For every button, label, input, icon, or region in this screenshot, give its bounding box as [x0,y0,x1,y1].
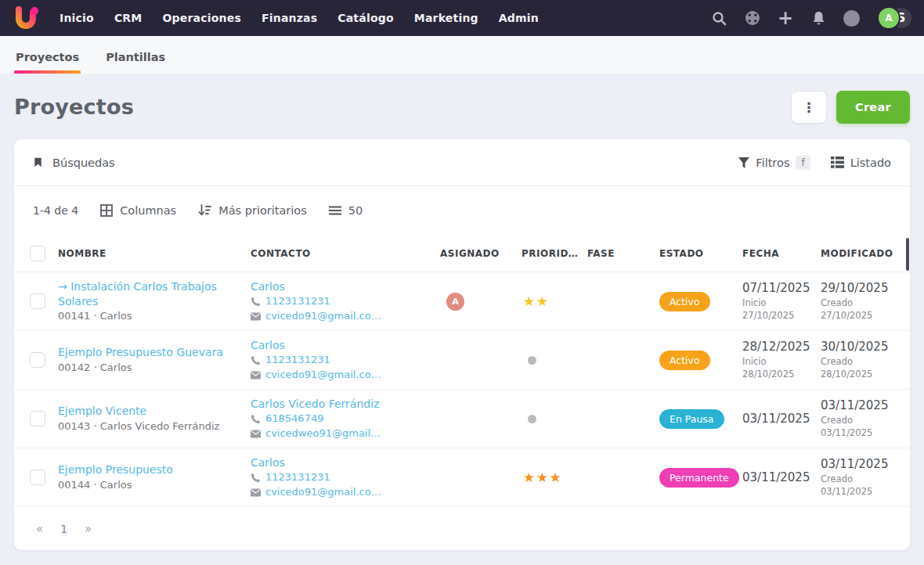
nav-item-inicio[interactable]: Inicio [60,12,94,24]
created-date: 03/11/2025 [821,486,894,498]
tab-plantillas[interactable]: Plantillas [104,40,167,74]
row-checkbox[interactable] [30,470,45,485]
sort-button[interactable]: Más prioritarios [198,204,307,217]
nav-item-crm[interactable]: CRM [114,12,143,24]
modified-date: 03/11/2025 [821,457,894,471]
row-checkbox[interactable] [30,411,45,426]
project-name-link[interactable]: Ejemplo Presupuesto Guevara [58,346,223,358]
contact-phone-link[interactable]: 618546749 [265,412,323,426]
contact-phone-link[interactable]: 1123131231 [265,294,330,309]
nav-item-finanzas[interactable]: Finanzas [262,12,317,24]
project-name-link[interactable]: Ejemplo Vicente [58,405,146,417]
pagination: « 1 » [14,507,910,550]
contact-phone-link[interactable]: 1123131231 [265,470,330,485]
mail-icon [251,370,261,380]
status-badge: En Pausa [659,409,724,429]
priority-stars: ★★★ [523,470,562,485]
status-badge: Activo [659,351,710,370]
nav-right-icons: + S A [712,6,911,30]
list-view-icon [831,157,844,168]
col-header-asignado[interactable]: ASIGNADO [440,248,522,259]
phone-icon [251,297,261,307]
account-avatar-group[interactable]: S A [877,6,911,30]
more-options-button[interactable]: ⋮ [791,91,827,124]
created-date: 28/10/2025 [821,369,894,381]
bookmark-icon [33,157,43,167]
main-menu: Inicio CRM Operaciones Finanzas Catálogo… [60,12,539,24]
contact-name-link[interactable]: Carlos Vicedo Ferrándiz [251,396,432,412]
support-icon[interactable] [745,10,760,26]
add-icon[interactable]: + [778,10,793,26]
contact-name-link[interactable]: Carlos [251,455,432,470]
created-label: Creado [821,356,894,369]
phone-icon [251,355,261,365]
row-checkbox[interactable] [30,293,45,309]
list-controls-row: Búsquedas Filtros f Listado [14,139,910,186]
table-header-row: NOMBRE CONTACTO ASIGNADO PRIORID… FASE E… [14,235,910,272]
row-checkbox[interactable] [30,352,45,368]
col-header-prioridad[interactable]: PRIORID… [522,248,587,259]
placeholder-avatar[interactable] [843,10,860,27]
col-header-nombre[interactable]: NOMBRE [58,248,251,259]
nav-item-catalogo[interactable]: Catálogo [337,12,394,24]
created-label: Creado [821,415,894,427]
status-badge: Activo [659,292,710,311]
create-button[interactable]: Crear [836,91,910,124]
contact-name-link[interactable]: Carlos [251,279,432,294]
modified-date: 30/10/2025 [821,340,894,354]
priority-empty-dot [528,356,536,365]
page-size-button[interactable]: 50 [329,204,363,217]
project-code: 00143 · Carlos Vicedo Ferrándiz [58,420,240,434]
pagination-first-button[interactable]: « [36,522,43,536]
col-header-contacto[interactable]: CONTACTO [251,248,440,259]
status-badge: Permanente [659,468,739,488]
col-header-fase[interactable]: FASE [587,248,659,259]
contact-email-link[interactable]: cvicedo91@gmail.co… [265,485,381,500]
header-actions: ⋮ Crear [791,91,910,124]
search-icon[interactable] [712,10,727,26]
contact-email-link[interactable]: cvicedo91@gmail.co… [265,368,381,383]
modified-date: 03/11/2025 [821,398,894,412]
fecha-value: 03/11/2025 [742,470,821,484]
table-row: Ejemplo Presupuesto 00144 · Carlos Carlo… [14,448,910,507]
contact-name-link[interactable]: Carlos [251,337,432,353]
col-header-estado[interactable]: ESTADO [659,248,742,259]
project-name-link[interactable]: Ejemplo Presupuesto [58,463,173,476]
created-date: 27/10/2025 [821,310,894,322]
created-date: 03/11/2025 [821,427,894,440]
columns-button[interactable]: Columnas [100,204,176,217]
table-toolbar: 1-4 de 4 Columnas Más prioritarios [14,186,910,235]
page-header: Proyectos ⋮ Crear [0,74,924,139]
notifications-bell-icon[interactable] [810,10,826,26]
contact-phone-link[interactable]: 1123131231 [265,353,330,368]
project-name-link[interactable]: → Instalación Carlos Trabajos Solares [58,280,217,307]
assignee-avatar[interactable]: A [446,293,464,311]
contact-email-link[interactable]: cvicedweo91@gmail… [265,426,381,441]
col-header-fecha[interactable]: FECHA [742,248,821,259]
saved-searches-label: Búsquedas [52,157,115,169]
view-mode-button[interactable]: Listado [831,157,891,169]
fecha-value: 28/12/2025 [742,340,821,354]
brand-logo-icon[interactable] [13,5,41,31]
col-header-modificado[interactable]: MODIFICADO [821,248,894,259]
created-label: Creado [821,473,894,486]
nav-item-admin[interactable]: Admin [499,12,539,24]
priority-stars: ★★ [523,293,549,309]
mail-icon [251,429,261,439]
sort-descending-icon [198,204,211,217]
pagination-last-button[interactable]: » [85,522,92,536]
nav-item-marketing[interactable]: Marketing [414,12,478,24]
mail-icon [251,488,261,498]
priority-empty-dot [528,415,536,423]
nav-item-operaciones[interactable]: Operaciones [162,12,240,24]
select-all-checkbox[interactable] [30,246,45,261]
saved-searches-button[interactable]: Búsquedas [33,157,115,169]
projects-list-card: Búsquedas Filtros f Listado 1-4 de 4 [14,139,910,550]
pagination-page-1[interactable]: 1 [60,523,67,535]
phone-icon [251,473,261,483]
scrollbar-thumb[interactable] [906,238,909,271]
tab-proyectos[interactable]: Proyectos [14,40,81,74]
filters-button[interactable]: Filtros f [738,156,810,170]
contact-email-link[interactable]: cvicedo91@gmail.co… [265,309,381,324]
table-row: Ejemplo Vicente 00143 · Carlos Vicedo Fe… [14,390,910,448]
